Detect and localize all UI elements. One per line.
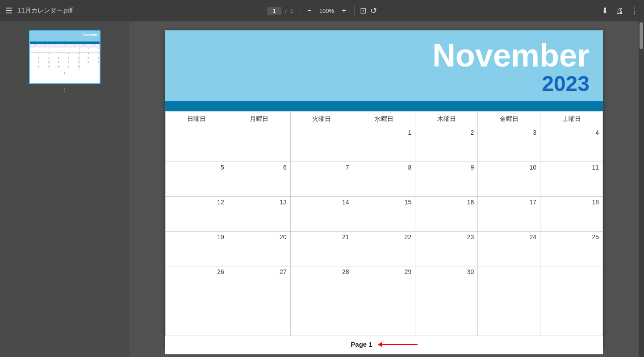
table-row: 16 xyxy=(415,197,478,232)
fit-page-icon[interactable]: ⊡ xyxy=(360,6,367,16)
th-tuesday: 火曜日 xyxy=(290,112,353,127)
print-icon[interactable]: 🖨 xyxy=(615,6,623,16)
arrow-annotation xyxy=(378,342,418,347)
table-row: 12 13 14 15 16 17 18 xyxy=(166,197,603,232)
viewer-area[interactable]: November 2023 日曜日 月曜日 火曜日 水曜日 木曜日 金曜日 土曜… xyxy=(130,21,639,357)
th-friday: 金曜日 xyxy=(478,112,540,127)
th-monday: 月曜日 xyxy=(228,112,290,127)
table-row: 10 xyxy=(478,162,540,197)
table-row: 5 6 7 8 9 10 11 xyxy=(166,162,603,197)
page-thumbnail[interactable]: November 日 月 火 水 木 金 土 1 2 3 xyxy=(29,30,100,94)
download-icon[interactable]: ⬇ xyxy=(602,6,608,16)
thumbnail-page-number: 1 xyxy=(29,87,100,94)
page-separator: / xyxy=(285,8,287,14)
main-area: November 日 月 火 水 木 金 土 1 2 3 xyxy=(0,21,644,357)
table-row xyxy=(540,266,603,301)
table-row xyxy=(290,127,353,162)
th-thursday: 木曜日 xyxy=(415,112,478,127)
calendar-header-bar xyxy=(165,101,603,111)
more-icon[interactable]: ⋮ xyxy=(631,6,639,16)
table-row: 11 xyxy=(540,162,603,197)
table-row: 15 xyxy=(353,197,415,232)
table-row xyxy=(478,301,540,336)
calendar-table: 日曜日 月曜日 火曜日 水曜日 木曜日 金曜日 土曜日 xyxy=(165,111,603,336)
zoom-out-button[interactable]: − xyxy=(305,6,314,16)
th-saturday: 土曜日 xyxy=(540,112,603,127)
divider2 xyxy=(354,6,355,15)
table-row: 5 xyxy=(166,162,228,197)
thumbnail-image: November 日 月 火 水 木 金 土 1 2 3 xyxy=(29,30,100,84)
table-row: 1 2 3 4 xyxy=(166,127,603,162)
table-row: 27 xyxy=(228,266,290,301)
toolbar-center: / 1 − 100% + ⊡ ↺ xyxy=(267,6,377,16)
table-row: 3 xyxy=(478,127,540,162)
table-row xyxy=(166,127,228,162)
calendar-year: 2023 xyxy=(542,73,590,95)
table-row: 8 xyxy=(353,162,415,197)
table-row: 30 xyxy=(415,266,478,301)
table-row: 22 xyxy=(353,232,415,266)
zoom-value: 100% xyxy=(318,8,335,14)
file-title: 11月カレンダー.pdf xyxy=(18,7,73,15)
table-row xyxy=(353,301,415,336)
table-row: 25 xyxy=(540,232,603,266)
table-row: 6 xyxy=(228,162,290,197)
rotate-icon[interactable]: ↺ xyxy=(370,6,377,16)
page-input[interactable] xyxy=(267,7,281,15)
zoom-in-button[interactable]: + xyxy=(339,6,348,16)
sidebar: November 日 月 火 水 木 金 土 1 2 3 xyxy=(0,21,130,357)
menu-icon[interactable]: ☰ xyxy=(5,6,13,16)
table-row: 26 xyxy=(166,266,228,301)
toolbar-right: ⬇ 🖨 ⋮ xyxy=(602,6,639,16)
table-row: 19 20 21 22 23 24 25 xyxy=(166,232,603,266)
table-row: 13 xyxy=(228,197,290,232)
table-row: 21 xyxy=(290,232,353,266)
table-row: 23 xyxy=(415,232,478,266)
table-row: 2 xyxy=(415,127,478,162)
divider xyxy=(299,6,299,15)
page-label: Page 1 xyxy=(351,340,372,348)
weekday-header-row: 日曜日 月曜日 火曜日 水曜日 木曜日 金曜日 土曜日 xyxy=(166,112,603,127)
calendar-header: November 2023 xyxy=(165,30,603,101)
table-row: 18 xyxy=(540,197,603,232)
table-row xyxy=(415,301,478,336)
table-row xyxy=(228,127,290,162)
table-row: 29 xyxy=(353,266,415,301)
table-row: 12 xyxy=(166,197,228,232)
calendar-month: November xyxy=(432,39,590,71)
table-row: 20 xyxy=(228,232,290,266)
table-row: 19 xyxy=(166,232,228,266)
th-sunday: 日曜日 xyxy=(166,112,228,127)
table-row: 17 xyxy=(478,197,540,232)
table-row: 24 xyxy=(478,232,540,266)
scrollbar-track[interactable] xyxy=(639,21,644,357)
table-row: 7 xyxy=(290,162,353,197)
pdf-page: November 2023 日曜日 月曜日 火曜日 水曜日 木曜日 金曜日 土曜… xyxy=(165,30,603,348)
scrollbar-thumb[interactable] xyxy=(640,22,643,49)
table-row xyxy=(290,301,353,336)
table-row xyxy=(228,301,290,336)
table-row xyxy=(540,301,603,336)
table-row: 28 xyxy=(290,266,353,301)
th-wednesday: 水曜日 xyxy=(353,112,415,127)
table-row: 9 xyxy=(415,162,478,197)
table-row xyxy=(478,266,540,301)
arrow-line xyxy=(382,344,418,345)
page-total: 1 xyxy=(290,8,293,14)
table-row xyxy=(166,301,228,336)
table-row: 4 xyxy=(540,127,603,162)
thumb-month: November xyxy=(83,33,98,36)
pdf-footer: Page 1 xyxy=(165,336,603,354)
table-row: 14 xyxy=(290,197,353,232)
toolbar: ☰ 11月カレンダー.pdf / 1 − 100% + ⊡ ↺ ⬇ 🖨 ⋮ xyxy=(0,0,644,21)
table-row: 26 27 28 29 30 xyxy=(166,266,603,301)
table-row xyxy=(166,301,603,336)
thumbnail-header: November xyxy=(30,31,100,44)
table-row: 1 xyxy=(353,127,415,162)
thumb-header-bar xyxy=(30,42,100,44)
